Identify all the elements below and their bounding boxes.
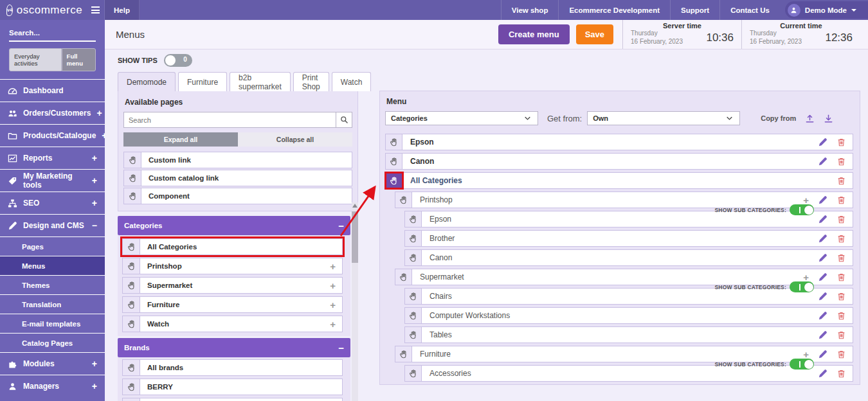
drag-handle-icon[interactable] — [405, 289, 422, 304]
sidebar-item-pages[interactable]: Pages — [0, 236, 105, 256]
drag-handle-icon[interactable] — [395, 269, 412, 285]
sidebar-item-modules[interactable]: Modules + — [0, 352, 105, 375]
delete-icon[interactable] — [836, 253, 846, 263]
menu-row-epson[interactable]: Epson — [385, 134, 853, 150]
sidebar-item-catalog-pages[interactable]: Catalog Pages — [0, 333, 105, 352]
drag-handle-icon[interactable] — [386, 134, 402, 150]
show-sub-categories-toggle[interactable] — [790, 204, 814, 215]
help-tab[interactable]: Help — [105, 0, 140, 20]
drag-handle-icon[interactable] — [124, 188, 141, 204]
collapse-all-button[interactable]: Collapse all — [238, 132, 352, 147]
show-tips-toggle[interactable]: 0 — [164, 54, 192, 67]
panel-scrollbar[interactable] — [352, 202, 358, 401]
create-menu-button[interactable]: Create menu — [498, 24, 570, 44]
page-item-custom-link[interactable]: Custom link — [123, 152, 352, 168]
menu-row-all-categories[interactable]: All Categories — [385, 172, 853, 189]
categories-section-header[interactable]: Categories − — [118, 216, 350, 235]
edit-icon[interactable] — [818, 369, 827, 379]
tab-demomode[interactable]: Demomode — [118, 72, 176, 91]
edit-icon[interactable] — [818, 195, 827, 205]
pages-search-input[interactable] — [123, 112, 336, 128]
contact-us-link[interactable]: Contact Us — [719, 0, 780, 20]
category-item-watch[interactable]: Watch + — [122, 316, 343, 332]
scroll-up-icon[interactable] — [352, 204, 357, 208]
drag-handle-icon[interactable] — [123, 258, 140, 274]
sidebar-item-products-catalogue[interactable]: Products/Catalogue + — [0, 124, 105, 147]
drag-handle-icon[interactable] — [123, 297, 140, 312]
add-subitem-icon[interactable]: + — [803, 272, 809, 283]
drag-handle-icon[interactable] — [405, 327, 422, 343]
menu-row-canon-sub[interactable]: Canon — [404, 249, 853, 266]
menu-row-printshop[interactable]: Printshop + SHOW SUB CATEGORIES: — [395, 192, 853, 208]
delete-icon[interactable] — [836, 176, 846, 186]
sidebar-item-dashboard[interactable]: Dashboard — [0, 79, 105, 102]
delete-icon[interactable] — [836, 311, 846, 321]
brand-item-brolly[interactable]: BROLLY — [122, 398, 343, 401]
sidebar-item-design-cms[interactable]: Design and CMS − — [0, 214, 105, 236]
drag-handle-icon[interactable] — [123, 278, 140, 293]
edit-icon[interactable] — [818, 350, 827, 359]
view-shop-link[interactable]: View shop — [501, 0, 559, 20]
sidebar-item-translation[interactable]: Translation — [0, 294, 105, 314]
save-button[interactable]: Save — [576, 24, 613, 44]
tab-b2b-supermarket[interactable]: b2b supermarket — [230, 72, 291, 91]
edit-icon[interactable] — [818, 292, 827, 301]
page-item-custom-catalog-link[interactable]: Custom catalog link — [123, 170, 352, 186]
drag-handle-icon[interactable] — [124, 152, 141, 168]
edit-icon[interactable] — [818, 138, 827, 147]
delete-icon[interactable] — [836, 234, 846, 244]
delete-icon[interactable] — [836, 350, 846, 359]
drag-handle-icon[interactable] — [386, 154, 402, 169]
menu-row-supermarket[interactable]: Supermarket + SHOW SUB CATEGORIES: — [395, 269, 853, 285]
show-sub-categories-toggle[interactable] — [790, 281, 814, 292]
support-link[interactable]: Support — [670, 0, 719, 20]
menu-row-tables[interactable]: Tables — [404, 326, 853, 343]
ecommerce-development-link[interactable]: Ecommerce Development — [558, 0, 670, 20]
category-item-supermarket[interactable]: Supermarket + — [122, 277, 343, 294]
sidebar-item-email-templates[interactable]: E-mail templates — [0, 314, 105, 333]
delete-icon[interactable] — [836, 330, 846, 340]
menu-row-bedroom-suites[interactable]: Bedroom suites — [404, 384, 853, 385]
tab-furniture[interactable]: Furniture — [178, 72, 227, 91]
menu-type-select[interactable]: Categories — [385, 111, 538, 125]
hamburger-menu-icon[interactable] — [91, 6, 100, 13]
pages-search-button[interactable] — [336, 112, 352, 128]
expand-item-icon[interactable]: + — [330, 258, 342, 274]
brands-section-header[interactable]: Brands − — [118, 338, 350, 357]
sidebar-search-input[interactable] — [9, 29, 105, 37]
sidebar-item-menus[interactable]: Menus — [0, 256, 105, 275]
full-menu-button[interactable]: Full menu — [62, 48, 96, 71]
add-subitem-icon[interactable]: + — [803, 349, 809, 360]
edit-icon[interactable] — [818, 311, 827, 321]
everyday-activities-button[interactable]: Everyday activities — [9, 48, 62, 71]
sidebar-item-reports[interactable]: Reports + — [0, 147, 105, 169]
import-icon[interactable] — [805, 114, 815, 123]
drag-handle-icon[interactable] — [405, 366, 422, 381]
drag-handle-icon[interactable] — [124, 170, 141, 186]
delete-icon[interactable] — [836, 292, 846, 301]
edit-icon[interactable] — [818, 157, 827, 166]
delete-icon[interactable] — [836, 157, 846, 166]
collapse-section-icon[interactable]: − — [338, 343, 344, 353]
edit-icon[interactable] — [818, 253, 827, 263]
add-subitem-icon[interactable]: + — [803, 195, 809, 206]
category-item-furniture[interactable]: Furniture + — [122, 296, 343, 313]
menu-row-computer-workstations[interactable]: Computer Workstations — [404, 307, 853, 324]
sidebar-item-themes[interactable]: Themes — [0, 275, 105, 294]
drag-handle-icon[interactable] — [405, 250, 422, 265]
drag-handle-icon[interactable] — [123, 398, 140, 401]
scrollbar-thumb[interactable] — [352, 211, 358, 263]
edit-icon[interactable] — [818, 330, 827, 340]
menu-row-brother[interactable]: Brother — [404, 230, 853, 247]
logo[interactable]: v4 oscommerce — [0, 0, 105, 20]
drag-handle-icon[interactable] — [123, 239, 140, 254]
edit-icon[interactable] — [818, 234, 827, 244]
drag-handle-icon[interactable] — [123, 379, 140, 395]
tab-watch[interactable]: Watch — [332, 72, 372, 91]
drag-handle-icon[interactable] — [395, 192, 412, 208]
sidebar-item-orders-customers[interactable]: Orders/Customers + — [0, 102, 105, 124]
delete-icon[interactable] — [836, 272, 846, 282]
drag-handle-icon-highlighted[interactable] — [386, 173, 402, 188]
drag-handle-icon[interactable] — [405, 211, 422, 227]
brand-item-all-brands[interactable]: All brands — [122, 359, 343, 376]
